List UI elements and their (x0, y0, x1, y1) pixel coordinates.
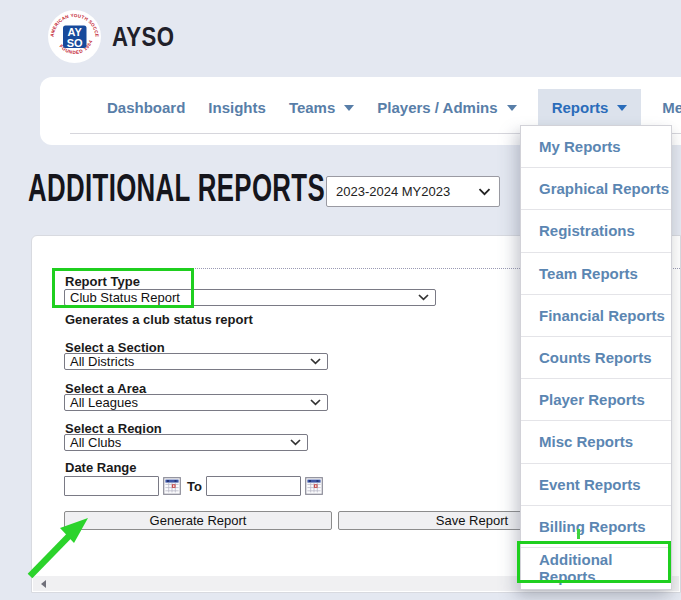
ayso-logo: AMERICAN YOUTH SOCCER ORGANIZATION FOUND… (47, 9, 102, 64)
logo-monogram-bottom: SO (67, 37, 83, 49)
date-start-input[interactable] (64, 476, 159, 496)
menu-item-label: Graphical Reports (539, 180, 669, 197)
chevron-down-icon (290, 439, 301, 446)
nav-item-label: Reports (552, 99, 609, 116)
chevron-down-icon (418, 294, 429, 301)
menu-item-graphical-reports[interactable]: Graphical Reports (521, 167, 671, 209)
nav-item-teams[interactable]: Teams (287, 89, 356, 125)
scroll-left-icon[interactable] (41, 580, 46, 588)
nav-item-label: Messag (662, 99, 681, 116)
region-select[interactable]: All Clubs (64, 434, 308, 451)
menu-item-event-reports[interactable]: Event Reports (521, 463, 671, 505)
report-type-label: Report Type (65, 274, 140, 289)
main-nav-items: DashboardInsightsTeamsPlayers / AdminsRe… (105, 89, 681, 125)
report-description: Generates a club status report (65, 312, 253, 327)
section-value: All Districts (70, 354, 310, 369)
date-end-input[interactable] (206, 476, 301, 496)
calendar-icon[interactable] (305, 477, 323, 495)
nav-item-messag[interactable]: Messag (660, 89, 681, 125)
nav-item-label: Insights (208, 99, 266, 116)
nav-item-label: Dashboard (107, 99, 185, 116)
nav-item-dashboard[interactable]: Dashboard (105, 89, 187, 125)
calendar-icon[interactable] (163, 477, 181, 495)
report-type-value: Club Status Report (70, 290, 418, 305)
caret-down-icon (617, 105, 627, 111)
region-value: All Clubs (70, 435, 290, 450)
menu-item-label: Team Reports (539, 265, 638, 282)
menu-item-my-reports[interactable]: My Reports (521, 126, 671, 167)
chevron-down-icon (478, 188, 491, 196)
caret-down-icon (344, 105, 354, 111)
app-title: AYSO (112, 22, 174, 53)
menu-item-label: Misc Reports (539, 433, 633, 450)
menu-item-financial-reports[interactable]: Financial Reports (521, 294, 671, 336)
menu-item-team-reports[interactable]: Team Reports (521, 252, 671, 294)
menu-item-additional-reports[interactable]: Additional Reports (521, 547, 671, 589)
menu-item-label: Counts Reports (539, 349, 652, 366)
menu-item-label: Financial Reports (539, 307, 665, 324)
menu-item-label: My Reports (539, 138, 621, 155)
area-value: All Leagues (70, 395, 310, 410)
page-title: ADDITIONAL REPORTS (28, 168, 325, 208)
menu-item-misc-reports[interactable]: Misc Reports (521, 420, 671, 462)
menu-item-player-reports[interactable]: Player Reports (521, 378, 671, 420)
membership-year-select[interactable]: 2023-2024 MY2023 (326, 176, 500, 207)
report-type-select[interactable]: Club Status Report (64, 289, 436, 306)
nav-item-label: Teams (289, 99, 335, 116)
membership-year-value: 2023-2024 MY2023 (336, 184, 478, 199)
menu-item-label: Registrations (539, 222, 635, 239)
date-range-label: Date Range (65, 460, 137, 475)
menu-item-registrations[interactable]: Registrations (521, 209, 671, 251)
menu-item-label: Event Reports (539, 476, 641, 493)
date-range-separator: To (187, 479, 202, 494)
menu-item-label: Additional Reports (539, 551, 671, 585)
generate-report-button[interactable]: Generate Report (64, 511, 332, 530)
chevron-down-icon (310, 358, 321, 365)
area-select[interactable]: All Leagues (64, 394, 328, 411)
reports-dropdown-menu: My ReportsGraphical ReportsRegistrations… (520, 125, 672, 590)
chevron-down-icon (310, 399, 321, 406)
nav-item-label: Players / Admins (377, 99, 497, 116)
nav-item-reports[interactable]: Reports (538, 89, 642, 125)
menu-item-label: Player Reports (539, 391, 645, 408)
menu-item-counts-reports[interactable]: Counts Reports (521, 336, 671, 378)
caret-down-icon (507, 105, 517, 111)
section-select[interactable]: All Districts (64, 353, 328, 370)
menu-item-label: Billing Reports (539, 518, 646, 535)
nav-item-insights[interactable]: Insights (206, 89, 268, 125)
ayso-app: AMERICAN YOUTH SOCCER ORGANIZATION FOUND… (0, 0, 681, 600)
nav-item-players-admins[interactable]: Players / Admins (375, 89, 518, 125)
menu-item-billing-reports[interactable]: Billing Reports (521, 505, 671, 547)
